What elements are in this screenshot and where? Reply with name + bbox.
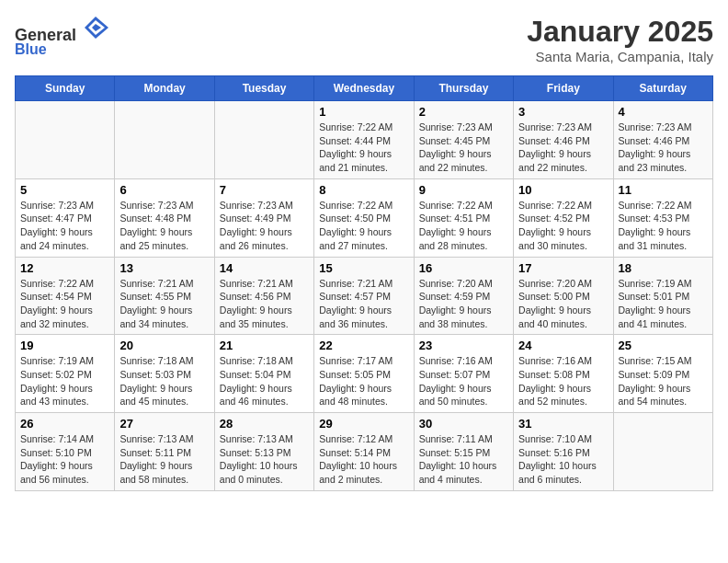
- day-number: 21: [220, 339, 309, 352]
- day-info: Sunrise: 7:16 AMSunset: 5:08 PMDaylight:…: [518, 354, 608, 408]
- day-number: 3: [518, 105, 608, 119]
- day-info: Sunrise: 7:13 AMSunset: 5:11 PMDaylight:…: [119, 432, 209, 487]
- calendar-week-4: 19Sunrise: 7:19 AMSunset: 5:02 PMDayligh…: [16, 335, 713, 413]
- day-info: Sunrise: 7:10 AMSunset: 5:16 PMDaylight:…: [518, 432, 608, 487]
- day-info: Sunrise: 7:23 AMSunset: 4:48 PMDaylight:…: [119, 199, 209, 253]
- day-number: 13: [119, 261, 209, 275]
- day-info: Sunrise: 7:18 AMSunset: 5:04 PMDaylight:…: [220, 354, 309, 408]
- day-number: 11: [619, 183, 708, 197]
- day-info: Sunrise: 7:23 AMSunset: 4:47 PMDaylight:…: [20, 199, 109, 253]
- weekday-header-saturday: Saturday: [613, 76, 712, 101]
- day-number: 27: [119, 417, 209, 431]
- calendar-cell: 25Sunrise: 7:15 AMSunset: 5:09 PMDayligh…: [613, 335, 712, 413]
- calendar-cell: 12Sunrise: 7:22 AMSunset: 4:54 PMDayligh…: [16, 257, 115, 335]
- day-number: 9: [419, 183, 508, 197]
- weekday-header-wednesday: Wednesday: [314, 76, 414, 101]
- calendar-cell: 18Sunrise: 7:19 AMSunset: 5:01 PMDayligh…: [613, 257, 712, 335]
- day-info: Sunrise: 7:19 AMSunset: 5:01 PMDaylight:…: [619, 277, 708, 331]
- day-info: Sunrise: 7:16 AMSunset: 5:07 PMDaylight:…: [419, 354, 508, 408]
- calendar-cell: [613, 413, 712, 491]
- calendar-cell: 17Sunrise: 7:20 AMSunset: 5:00 PMDayligh…: [514, 257, 613, 335]
- day-info: Sunrise: 7:17 AMSunset: 5:05 PMDaylight:…: [319, 354, 408, 408]
- calendar-cell: 8Sunrise: 7:22 AMSunset: 4:50 PMDaylight…: [314, 178, 414, 257]
- calendar-cell: 11Sunrise: 7:22 AMSunset: 4:53 PMDayligh…: [613, 178, 712, 257]
- day-info: Sunrise: 7:21 AMSunset: 4:55 PMDaylight:…: [119, 277, 209, 331]
- day-number: 14: [220, 261, 309, 275]
- calendar-cell: 6Sunrise: 7:23 AMSunset: 4:48 PMDaylight…: [115, 178, 214, 257]
- calendar-week-5: 26Sunrise: 7:14 AMSunset: 5:10 PMDayligh…: [16, 413, 713, 491]
- title-block: January 2025 Santa Maria, Campania, Ital…: [527, 15, 713, 64]
- day-info: Sunrise: 7:15 AMSunset: 5:09 PMDaylight:…: [619, 354, 708, 408]
- calendar-table: SundayMondayTuesdayWednesdayThursdayFrid…: [15, 75, 713, 491]
- day-info: Sunrise: 7:12 AMSunset: 5:14 PMDaylight:…: [319, 432, 408, 487]
- calendar-cell: 9Sunrise: 7:22 AMSunset: 4:51 PMDaylight…: [414, 178, 513, 257]
- day-number: 17: [518, 261, 608, 275]
- day-info: Sunrise: 7:20 AMSunset: 4:59 PMDaylight:…: [419, 277, 508, 331]
- day-info: Sunrise: 7:11 AMSunset: 5:15 PMDaylight:…: [419, 432, 508, 487]
- day-info: Sunrise: 7:23 AMSunset: 4:46 PMDaylight:…: [619, 121, 708, 175]
- calendar-cell: 24Sunrise: 7:16 AMSunset: 5:08 PMDayligh…: [514, 335, 613, 413]
- calendar-cell: [16, 101, 115, 179]
- day-info: Sunrise: 7:21 AMSunset: 4:56 PMDaylight:…: [220, 277, 309, 331]
- day-info: Sunrise: 7:14 AMSunset: 5:10 PMDaylight:…: [20, 432, 109, 487]
- day-number: 23: [419, 339, 508, 352]
- day-number: 29: [319, 417, 408, 431]
- day-number: 15: [319, 261, 408, 275]
- calendar-cell: 16Sunrise: 7:20 AMSunset: 4:59 PMDayligh…: [414, 257, 513, 335]
- day-number: 19: [20, 339, 109, 352]
- day-info: Sunrise: 7:22 AMSunset: 4:52 PMDaylight:…: [518, 199, 608, 253]
- day-number: 1: [319, 105, 408, 119]
- calendar-cell: 15Sunrise: 7:21 AMSunset: 4:57 PMDayligh…: [314, 257, 414, 335]
- month-title: January 2025: [527, 15, 713, 49]
- day-number: 25: [619, 339, 708, 352]
- calendar-cell: [214, 101, 313, 179]
- day-number: 30: [419, 417, 508, 431]
- day-info: Sunrise: 7:22 AMSunset: 4:50 PMDaylight:…: [319, 199, 408, 253]
- calendar-cell: 21Sunrise: 7:18 AMSunset: 5:04 PMDayligh…: [214, 335, 313, 413]
- calendar-cell: 28Sunrise: 7:13 AMSunset: 5:13 PMDayligh…: [214, 413, 313, 491]
- day-number: 24: [518, 339, 608, 352]
- day-info: Sunrise: 7:13 AMSunset: 5:13 PMDaylight:…: [220, 432, 309, 487]
- day-number: 7: [220, 183, 309, 197]
- calendar-week-2: 5Sunrise: 7:23 AMSunset: 4:47 PMDaylight…: [16, 178, 713, 257]
- day-number: 28: [220, 417, 309, 431]
- day-info: Sunrise: 7:22 AMSunset: 4:54 PMDaylight:…: [20, 277, 109, 331]
- day-number: 31: [518, 417, 608, 431]
- logo-flag-icon: [76, 26, 108, 44]
- weekday-header-row: SundayMondayTuesdayWednesdayThursdayFrid…: [16, 76, 713, 101]
- day-number: 26: [20, 417, 109, 431]
- day-info: Sunrise: 7:22 AMSunset: 4:53 PMDaylight:…: [619, 199, 708, 253]
- calendar-cell: 10Sunrise: 7:22 AMSunset: 4:52 PMDayligh…: [514, 178, 613, 257]
- calendar-cell: 19Sunrise: 7:19 AMSunset: 5:02 PMDayligh…: [16, 335, 115, 413]
- calendar-cell: 31Sunrise: 7:10 AMSunset: 5:16 PMDayligh…: [514, 413, 613, 491]
- day-number: 22: [319, 339, 408, 352]
- day-info: Sunrise: 7:21 AMSunset: 4:57 PMDaylight:…: [319, 277, 408, 331]
- day-info: Sunrise: 7:23 AMSunset: 4:49 PMDaylight:…: [220, 199, 309, 253]
- day-number: 4: [619, 105, 708, 119]
- calendar-cell: 4Sunrise: 7:23 AMSunset: 4:46 PMDaylight…: [613, 101, 712, 179]
- day-info: Sunrise: 7:20 AMSunset: 5:00 PMDaylight:…: [518, 277, 608, 331]
- weekday-header-tuesday: Tuesday: [214, 76, 313, 101]
- weekday-header-sunday: Sunday: [16, 76, 115, 101]
- day-number: 5: [20, 183, 109, 197]
- calendar-cell: 5Sunrise: 7:23 AMSunset: 4:47 PMDaylight…: [16, 178, 115, 257]
- calendar-cell: 2Sunrise: 7:23 AMSunset: 4:45 PMDaylight…: [414, 101, 513, 179]
- calendar-cell: 23Sunrise: 7:16 AMSunset: 5:07 PMDayligh…: [414, 335, 513, 413]
- day-number: 10: [518, 183, 608, 197]
- calendar-week-1: 1Sunrise: 7:22 AMSunset: 4:44 PMDaylight…: [16, 101, 713, 179]
- calendar-cell: 14Sunrise: 7:21 AMSunset: 4:56 PMDayligh…: [214, 257, 313, 335]
- calendar-cell: 22Sunrise: 7:17 AMSunset: 5:05 PMDayligh…: [314, 335, 414, 413]
- calendar-cell: 3Sunrise: 7:23 AMSunset: 4:46 PMDaylight…: [514, 101, 613, 179]
- calendar-cell: 26Sunrise: 7:14 AMSunset: 5:10 PMDayligh…: [16, 413, 115, 491]
- day-number: 2: [419, 105, 508, 119]
- day-info: Sunrise: 7:19 AMSunset: 5:02 PMDaylight:…: [20, 354, 109, 408]
- calendar-cell: 20Sunrise: 7:18 AMSunset: 5:03 PMDayligh…: [115, 335, 214, 413]
- page-header: General Blue January 2025 Santa Maria, C…: [15, 15, 713, 64]
- day-info: Sunrise: 7:18 AMSunset: 5:03 PMDaylight:…: [119, 354, 209, 408]
- location: Santa Maria, Campania, Italy: [527, 49, 713, 64]
- calendar-cell: 7Sunrise: 7:23 AMSunset: 4:49 PMDaylight…: [214, 178, 313, 257]
- weekday-header-friday: Friday: [514, 76, 613, 101]
- day-info: Sunrise: 7:22 AMSunset: 4:51 PMDaylight:…: [419, 199, 508, 253]
- calendar-cell: 27Sunrise: 7:13 AMSunset: 5:11 PMDayligh…: [115, 413, 214, 491]
- day-info: Sunrise: 7:23 AMSunset: 4:46 PMDaylight:…: [518, 121, 608, 175]
